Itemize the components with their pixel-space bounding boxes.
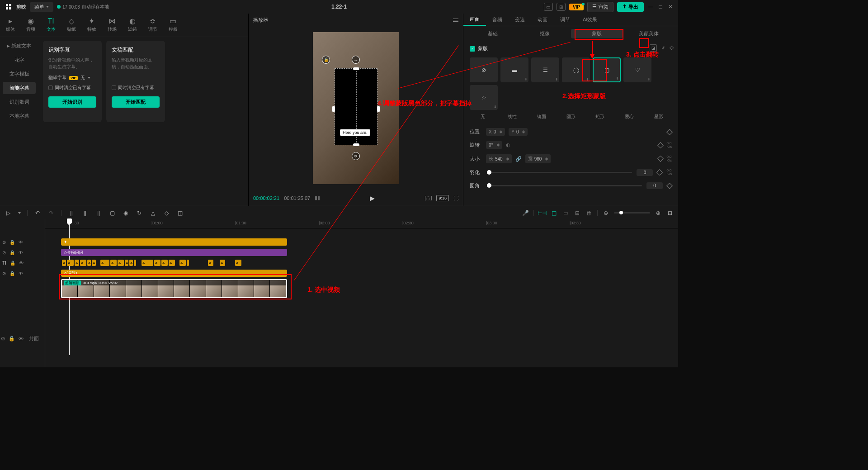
mic-icon[interactable]: 🎤 xyxy=(522,209,529,217)
translate-row[interactable]: 翻译字幕 VIP 无 xyxy=(48,75,96,81)
menu-button[interactable]: 菜单 xyxy=(30,2,53,12)
preview-menu-icon[interactable] xyxy=(453,19,458,22)
pos-x-input[interactable]: X0 xyxy=(486,128,505,136)
subtab-cutout[interactable]: 抠像 xyxy=(519,29,571,38)
effect-clip[interactable]: ✦ xyxy=(61,238,287,246)
text-clip[interactable]: A xyxy=(142,260,153,266)
pos-y-input[interactable]: Y0 xyxy=(509,128,528,136)
zoom-in-icon[interactable]: ⊕ xyxy=(655,209,662,217)
corner-slider[interactable] xyxy=(487,185,642,186)
keyframe-icon[interactable] xyxy=(657,142,664,148)
crop-icon[interactable]: [◌] xyxy=(425,195,432,201)
text-clip[interactable]: A xyxy=(129,260,133,266)
track-visible-icon[interactable]: 👁 xyxy=(19,240,23,245)
tab-filter[interactable]: ◐滤镜 xyxy=(122,14,142,36)
invert-mask-button[interactable]: ◪ xyxy=(650,44,657,52)
fullscreen-icon[interactable]: ⛶ xyxy=(453,195,458,201)
magnet-icon[interactable]: ⊢⊣ xyxy=(538,209,546,217)
clear-checkbox-row[interactable]: 同时清空已有字幕 xyxy=(112,85,160,91)
rotate-tool[interactable]: ↻ xyxy=(136,209,143,217)
tab-audio[interactable]: ◉音频 xyxy=(20,14,41,36)
start-recognize-button[interactable]: 开始识别 xyxy=(48,96,96,108)
delete-tool[interactable]: ▢ xyxy=(108,209,116,217)
mask-handle-bottom[interactable] xyxy=(353,143,359,146)
tab-adjust[interactable]: 调节 xyxy=(554,14,576,26)
undo-button[interactable]: ↶ xyxy=(34,209,41,217)
mirror-tool[interactable]: △ xyxy=(149,209,156,217)
subtab-beauty[interactable]: 美颜美体 xyxy=(623,29,675,38)
tab-speed[interactable]: 变速 xyxy=(509,14,531,26)
keyframe-icon[interactable] xyxy=(666,182,673,189)
filter-clip[interactable]: ◇ 金粉闪闪 xyxy=(61,249,287,256)
chevron-down-icon[interactable] xyxy=(18,212,21,214)
sidebar-fancy-text[interactable]: 花字 xyxy=(3,54,36,66)
rotate-icon[interactable]: ↻ xyxy=(352,152,360,160)
clear-checkbox-row[interactable]: 同时清空已有字幕 xyxy=(48,85,96,91)
text-clip[interactable]: A xyxy=(75,260,79,266)
text-clip[interactable]: A xyxy=(179,260,186,266)
mask-heart[interactable]: ♡⬇ xyxy=(623,57,651,82)
keyframe-icon[interactable] xyxy=(666,128,673,135)
layout-icon-1[interactable]: ▭ xyxy=(544,3,553,11)
mask-handle-top[interactable] xyxy=(353,67,359,70)
maximize-button[interactable]: □ xyxy=(657,4,664,10)
keyframe-icon[interactable] xyxy=(656,169,663,176)
tab-ai[interactable]: AI效果 xyxy=(576,14,604,26)
trash-icon[interactable]: 🗑 xyxy=(585,209,593,217)
subtab-mask[interactable]: 蒙版 xyxy=(571,29,623,38)
text-clip[interactable]: A xyxy=(100,260,109,266)
size-w-input[interactable]: 长540 xyxy=(486,154,512,163)
text-clip[interactable]: A xyxy=(235,260,241,266)
collapse-icon[interactable]: ︿ xyxy=(352,56,360,64)
tab-adjust[interactable]: ≎调节 xyxy=(142,14,163,36)
text-clip[interactable]: A xyxy=(62,260,66,266)
zoom-out-icon[interactable]: ⊖ xyxy=(602,209,609,217)
split-tool[interactable]: ][ xyxy=(68,209,75,217)
review-button[interactable]: ☰ 审阅 xyxy=(587,2,613,12)
tab-media[interactable]: ▸媒体 xyxy=(0,14,20,36)
keyframe-icon[interactable] xyxy=(657,156,664,162)
text-clip[interactable]: A xyxy=(110,260,117,266)
mask-rect[interactable]: ▢⬇ xyxy=(593,57,621,82)
text-clip[interactable] xyxy=(134,260,136,266)
pointer-tool[interactable]: ▷ xyxy=(5,209,12,217)
tab-sticker[interactable]: ◇贴纸 xyxy=(61,14,81,36)
align-icon[interactable]: ⊟ xyxy=(574,209,581,217)
text-clip[interactable]: A xyxy=(87,260,91,266)
close-button[interactable]: ✕ xyxy=(667,4,674,10)
text-clip[interactable]: A xyxy=(67,260,74,266)
tab-effect[interactable]: ✦特效 xyxy=(81,14,102,36)
record-tool[interactable]: ◉ xyxy=(122,209,129,217)
sidebar-local-subtitle[interactable]: 本地字幕 xyxy=(3,110,36,122)
subtab-basic[interactable]: 基础 xyxy=(467,29,519,38)
text-clip[interactable]: A xyxy=(169,260,175,266)
tab-transition[interactable]: ⋈转场 xyxy=(102,14,122,36)
track-video[interactable]: ⊘🔒👁 封面 超清画质010.mp400:01:25:07 xyxy=(45,279,678,299)
play-button[interactable]: ▶ xyxy=(370,195,375,202)
reset-mask-button[interactable]: ↺ xyxy=(660,44,667,52)
text-clip[interactable]: A xyxy=(154,260,160,266)
size-h-input[interactable]: 宽960 xyxy=(525,154,551,163)
export-button[interactable]: ⬆ 导出 xyxy=(617,2,644,12)
sidebar-lyrics[interactable]: 识别歌词 xyxy=(3,96,36,108)
mask-enable-checkbox[interactable]: ✓ 蒙版 xyxy=(470,45,672,52)
mask-handle-right[interactable] xyxy=(377,106,380,112)
sidebar-new-text[interactable]: ▸ 新建文本 xyxy=(3,40,36,52)
adjust-clip[interactable]: ≎ 调节1 xyxy=(61,270,287,277)
zoom-slider[interactable] xyxy=(614,212,650,214)
crop-tool[interactable]: ◫ xyxy=(176,209,184,217)
preview-icon[interactable]: ▭ xyxy=(562,209,569,217)
track-mute-icon[interactable]: ⊘ xyxy=(2,240,6,245)
track-adjust[interactable]: ⊘🔒👁 ≎ 调节1 xyxy=(45,269,678,278)
vip-badge[interactable]: VIP xyxy=(569,4,584,10)
mask-none[interactable]: ⊘ xyxy=(470,57,498,82)
start-match-button[interactable]: 开始匹配 xyxy=(112,96,160,108)
tab-template[interactable]: ▭模板 xyxy=(163,14,183,36)
mask-mirror[interactable]: ☰⬇ xyxy=(531,57,559,82)
keyframe-tool[interactable]: ◇ xyxy=(163,209,170,217)
minimize-button[interactable]: — xyxy=(647,4,654,10)
rotate-dial-icon[interactable]: ◐ xyxy=(506,142,510,148)
cover-label[interactable]: ⊘🔒👁 封面 xyxy=(1,335,39,342)
mask-star[interactable]: ☆⬇ xyxy=(470,85,498,110)
layout-icon-2[interactable]: ⊞ xyxy=(557,3,566,11)
